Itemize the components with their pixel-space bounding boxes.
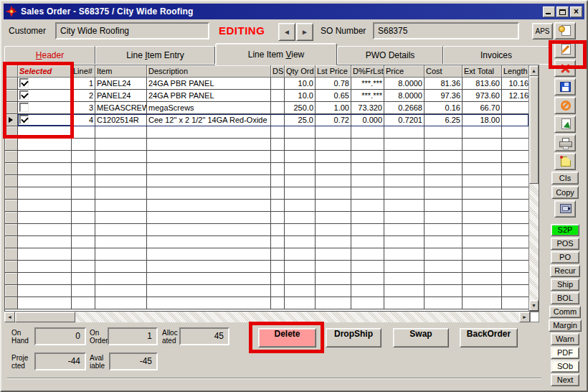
column-header-price[interactable]: Price [384,65,425,78]
cell-ds[interactable] [271,102,285,114]
row-selector[interactable] [5,114,18,126]
cell-ext-total[interactable]: 813.60 [463,78,502,90]
pos-button[interactable]: POS [551,238,579,250]
cell-item[interactable]: PANEL24 [95,78,147,90]
margin-button[interactable]: Margin [549,319,582,332]
customer-input[interactable]: City Wide Roofing [55,22,209,39]
row-checkbox[interactable] [19,115,29,124]
cell-ds[interactable] [271,78,285,90]
minimize-button[interactable] [543,6,555,17]
cell-price[interactable]: 0.7201 [384,114,425,126]
column-header-d-frlst[interactable]: D%FrLst [351,65,384,78]
copy-button[interactable]: Copy [551,186,579,199]
pdf-button[interactable]: PDF [551,347,579,359]
grid-vertical-scrollbar[interactable]: ▲ ▼ [528,65,539,311]
selected-cell[interactable] [18,114,72,126]
cell-ds[interactable] [271,114,285,126]
row-checkbox[interactable] [19,103,29,112]
column-header-item[interactable]: Item [95,65,147,78]
cell-cost[interactable]: 6.25 [425,114,463,126]
column-header-qty-ord[interactable]: Qty Ord [285,65,316,78]
dropship-button[interactable]: DropShip [326,328,381,347]
safe-button[interactable] [554,200,576,218]
cell-description[interactable]: megaScrews [147,102,271,114]
cell-item[interactable]: MEGASCREW [95,102,147,114]
horizontal-scroll-thumb[interactable] [15,312,75,322]
cell-ext-total[interactable]: 973.60 [463,90,502,102]
ship-button[interactable]: Ship [551,279,579,291]
backorder-button[interactable]: BackOrder [460,328,518,347]
selected-cell[interactable] [18,102,72,114]
row-checkbox[interactable] [19,78,29,88]
selected-cell[interactable] [18,90,72,102]
cell-length[interactable] [502,114,528,126]
cell-description[interactable]: 24GA PBR PANEL [147,90,271,102]
cell-length[interactable]: 12.16 [502,90,528,102]
column-header-description[interactable]: Description [147,65,271,78]
table-row[interactable]: 2PANEL2424GA PBR PANEL10.00.65***.***8.0… [5,90,528,102]
column-header-line-[interactable]: Line# [72,65,95,78]
table-row[interactable]: 4C1202514RCee 12" x 2 1/2" 14GA Red-Oxid… [5,114,528,126]
cis-button[interactable]: CIs [551,172,579,185]
tab-invoices[interactable]: Invoices [443,46,549,65]
cell-cost[interactable]: 81.36 [425,78,463,90]
cell-description[interactable]: 24GA PBR PANEL [147,78,271,90]
cell-ext-total[interactable]: 66.70 [463,102,502,114]
cell-qty-ord[interactable]: 10.0 [285,90,316,102]
scroll-left-icon[interactable]: ◄ [4,312,15,322]
column-header-selected[interactable]: Selected [18,65,72,78]
tab-header[interactable]: Header [4,46,95,65]
cell-price[interactable]: 8.0000 [384,90,425,102]
cell-cost[interactable]: 97.36 [425,90,463,102]
cell-ext-total[interactable]: 18.00 [463,114,502,126]
column-header-ds[interactable]: DS [271,65,285,78]
po-button[interactable]: PO [551,251,579,263]
scroll-up-icon[interactable]: ▲ [529,65,539,76]
cell-d-fr-lst[interactable]: 0.000 [351,114,384,126]
vertical-scroll-thumb[interactable] [529,76,539,184]
cell-length[interactable] [502,102,528,114]
cell-qty-ord[interactable]: 10.0 [285,78,316,90]
tab-line-item-view[interactable]: Line Item View [215,43,337,65]
tab-line-item-entry[interactable]: Line Item Entry [95,46,215,65]
next-button[interactable]: Next [551,374,579,386]
cell-description[interactable]: Cee 12" x 2 1/2" 14GA Red-Oxide [147,114,271,126]
table-row[interactable]: 3MEGASCREWmegaScrews250.01.0073.3200.266… [5,102,528,114]
tab-pwo-details[interactable]: PWO Details [337,46,443,65]
cell-qty-ord[interactable]: 25.0 [285,114,316,126]
row-checkbox[interactable] [19,90,29,100]
maximize-button[interactable] [556,6,569,17]
cell-item[interactable]: PANEL24 [95,90,147,102]
export-doc-button[interactable] [554,116,576,133]
cell-item[interactable]: C1202514R [95,114,147,126]
cell-lst-price[interactable]: 0.65 [316,90,351,102]
swap-button[interactable]: Swap [393,328,449,347]
s2p-button[interactable]: S2P [551,224,579,236]
cell-lst-price[interactable]: 0.78 [316,78,351,90]
cell-price[interactable]: 0.2668 [384,102,425,114]
edit-order-button[interactable] [554,41,576,58]
cell-length[interactable]: 10.16 [502,78,528,90]
scroll-right-icon[interactable]: ► [519,312,530,322]
table-row[interactable]: 1PANEL2424GA PBR PANEL10.00.78***.***8.0… [5,78,528,90]
order-coin-button[interactable] [554,22,576,39]
cell-qty-ord[interactable]: 250.0 [285,102,316,114]
prev-record-button[interactable]: ◄ [278,23,295,41]
sob-button[interactable]: SOb [551,360,579,373]
column-header-selector[interactable] [5,65,18,78]
cell-cost[interactable]: 0.16 [425,102,463,114]
column-header-ext-total[interactable]: Ext Total [463,65,502,78]
cell-d-fr-lst[interactable]: ***.*** [351,90,384,102]
cell-line[interactable]: 3 [72,102,95,114]
print-button[interactable] [554,134,576,151]
cell-d-fr-lst[interactable]: 73.320 [351,102,384,114]
selected-cell[interactable] [18,78,72,90]
cell-lst-price[interactable]: 0.72 [316,114,351,126]
next-record-button[interactable]: ► [296,23,313,41]
cell-line[interactable]: 4 [72,114,95,126]
warn-button[interactable]: Warn [551,333,579,345]
save-button[interactable] [554,78,576,95]
close-button[interactable]: × [570,6,582,17]
note-button[interactable] [554,153,576,170]
cell-price[interactable]: 8.0000 [384,78,425,90]
